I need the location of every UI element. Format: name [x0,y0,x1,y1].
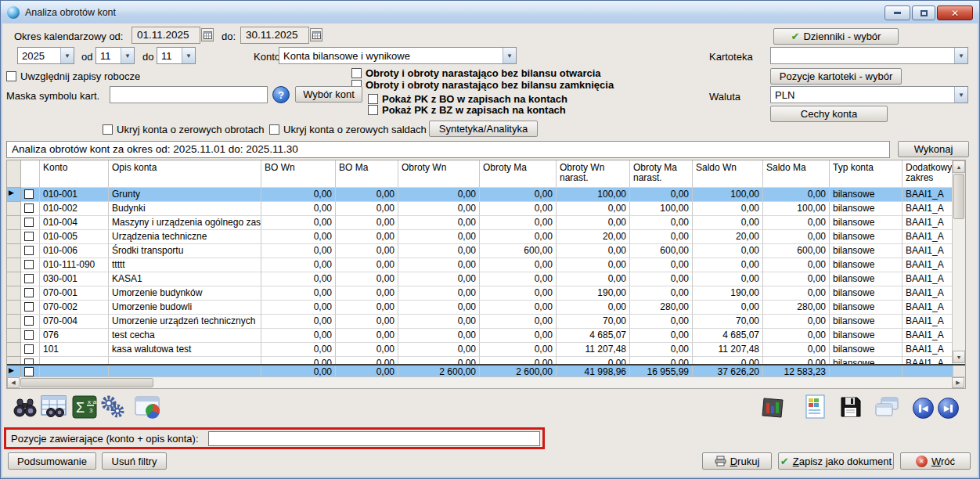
table-row[interactable]: 101kasa walutowa test0,000,000,000,0011 … [7,343,965,357]
date-to-picker-button[interactable] [310,28,322,41]
column-header[interactable]: Typ konta [830,160,903,188]
table-row[interactable]: 010-005Urządzenia techniczne0,000,000,00… [7,230,965,244]
checkbox-pokaz-pk-bz[interactable]: Pokaż PK z BZ w zapisach na kontach [368,104,566,116]
vertical-scrollbar[interactable]: ▲ ▼ [952,160,965,364]
podsumowanie-button[interactable]: Podsumowanie [8,452,96,470]
row-checkbox[interactable] [24,260,34,269]
table-row[interactable]: 070-002Umorzenie budowli0,000,000,000,00… [7,301,965,315]
column-header[interactable]: Saldo Ma [763,160,830,188]
maska-input[interactable] [110,86,268,103]
table-row[interactable]: 030-001KASA10,000,000,000,000,000,000,00… [7,272,965,286]
help-button[interactable]: ? [272,86,290,103]
column-header[interactable]: Obroty Ma [480,160,557,188]
row-checkbox[interactable] [24,274,34,283]
syntetyka-analityka-button[interactable]: Syntetyka/Analityka [429,121,538,137]
row-checkbox[interactable] [24,203,34,213]
checkbox-ukryj-zerowe-salda[interactable]: Ukryj konta o zerowych saldach [269,124,427,135]
row-checkbox[interactable] [24,344,34,354]
row-checkbox[interactable] [24,189,34,199]
last-record-button[interactable]: ▶ [938,398,959,419]
column-header[interactable]: Obroty Ma narast. [630,160,693,188]
zapisz-jako-dokument-button[interactable]: ✔ Zapisz jako dokument [778,452,894,470]
spreadsheet-document-icon[interactable] [805,394,827,423]
row-checkbox[interactable] [24,288,34,297]
checkbox-pokaz-pk-bo[interactable]: Pokaż PK z BO w zapisach na kontach [368,93,567,105]
column-header[interactable]: Opis konta [109,160,261,188]
wybor-kont-button[interactable]: Wybór kont [295,86,362,103]
row-checkbox[interactable] [24,367,34,376]
month-to-select[interactable]: 11 ▼ [157,47,196,64]
copy-windows-icon[interactable] [874,397,900,422]
checkbox-bez-bilansu-zamkniecia[interactable]: Obroty i obroty narastająco bez bilansu … [351,79,614,91]
column-header[interactable]: BO Wn [261,160,336,188]
table-row[interactable]: 010-111-090ttttt0,000,000,000,000,000,00… [7,258,965,272]
wykonaj-button[interactable]: Wykonaj [898,141,969,157]
row-checkbox[interactable] [24,232,34,241]
vertical-scroll-thumb[interactable] [953,174,964,219]
scroll-down-button[interactable]: ▼ [953,351,965,363]
usun-filtry-button[interactable]: Usuń filtry [102,452,167,470]
wroc-button[interactable]: ✕ Wróć [900,452,971,470]
waluta-select[interactable]: PLN ▼ [770,86,968,103]
cechy-konta-button[interactable]: Cechy konta [770,106,888,122]
bar-chart-icon[interactable] [761,396,786,423]
table-row[interactable]: 070-004Umorzenie urządzeń technicznych0,… [7,315,965,329]
cell: Budynki [109,202,261,216]
drukuj-button[interactable]: Drukuj [702,452,772,470]
scroll-left-button[interactable]: ◀ [7,377,20,388]
horizontal-scrollbar[interactable]: ◀ ▶ [7,376,965,388]
date-from-field[interactable]: 01.11.2025 [132,27,200,44]
table-row[interactable]: 070-001Umorzenie budynków0,000,000,000,0… [7,286,965,301]
date-to-field[interactable]: 30.11.2025 [240,27,309,44]
table-row[interactable]: 010-006Środki transportu0,000,000,00600,… [7,244,965,258]
table-row[interactable]: 010-004Maszyny i urządzenia ogólnego zas… [7,216,965,230]
row-checkbox[interactable] [24,316,34,326]
minimize-button[interactable] [885,5,910,20]
settings-gears-icon[interactable] [100,395,125,422]
sum-formula-board-icon[interactable]: Σx·a3 [72,395,97,422]
column-header[interactable]: Dodatkowy zakres [903,160,953,188]
cell: 100,00 [630,202,693,216]
checkbox-bez-bilansu-otwarcia[interactable]: Obroty i obroty narastająco bez bilansu … [351,67,601,79]
month-from-select[interactable]: 11 ▼ [95,47,135,64]
year-select[interactable]: 2025 ▼ [17,47,74,64]
column-header[interactable]: BO Ma [336,160,398,188]
row-checkbox[interactable] [24,358,34,364]
svg-text:x·a: x·a [88,398,97,405]
horizontal-scroll-thumb[interactable] [20,378,153,387]
row-checkbox[interactable] [24,330,34,340]
column-header[interactable]: Saldo Wn [693,160,763,188]
cell: 11 207,48 [557,343,630,357]
konto-select[interactable]: Konta bilansowe i wynikowe ▼ [279,47,517,64]
maximize-button[interactable] [912,5,935,20]
row-checkbox[interactable] [24,246,34,255]
column-header[interactable]: Obroty Wn [398,160,480,188]
table-row[interactable]: 076test cecha0,000,000,000,004 685,070,0… [7,329,965,343]
checkbox-ukryj-zerowe-obroty[interactable]: Ukryj konta o zerowych obrotach [103,124,265,135]
column-header[interactable]: Obroty Wn narast. [557,160,630,188]
scroll-right-button[interactable]: ▶ [952,377,964,388]
analysis-status-text: Analiza obrotów kont za okres od: 2025.1… [6,141,890,158]
table-row[interactable]: 010-002Budynki0,000,000,000,000,00100,00… [7,202,965,216]
filter-input[interactable] [208,431,540,446]
checkbox-zapisy-robocze[interactable]: Uwzględnij zapisy robocze [6,70,140,82]
kartoteka-select[interactable]: ▼ [770,47,968,64]
search-in-table-icon[interactable] [41,395,67,422]
scroll-up-button[interactable]: ▲ [953,160,965,173]
row-checkbox[interactable] [24,218,34,227]
row-checkbox[interactable] [24,302,34,312]
table-row[interactable]: ▶010-001Grunty0,000,000,000,00100,000,00… [7,188,965,202]
cell: BAAI1_A [903,329,953,343]
table-row[interactable]: 0,000,000,000,000,000,000,000,00bilansow… [7,357,965,364]
date-from-picker-button[interactable] [201,28,214,41]
dzienniki-wybor-button[interactable]: ✔ Dzienniki - wybór [773,28,899,45]
column-header[interactable]: Konto [40,160,109,188]
save-floppy-icon[interactable] [839,395,863,422]
first-record-button[interactable]: ◀ [913,398,934,419]
pozycje-kartoteki-button[interactable]: Pozycje kartoteki - wybór [770,68,902,85]
title-bar[interactable]: Analiza obrotów kont [1,1,979,23]
close-button[interactable]: ✕ [937,5,973,20]
search-binoculars-icon[interactable] [13,398,38,421]
cell: 100,00 [557,188,630,202]
report-pie-window-icon[interactable] [135,396,163,423]
